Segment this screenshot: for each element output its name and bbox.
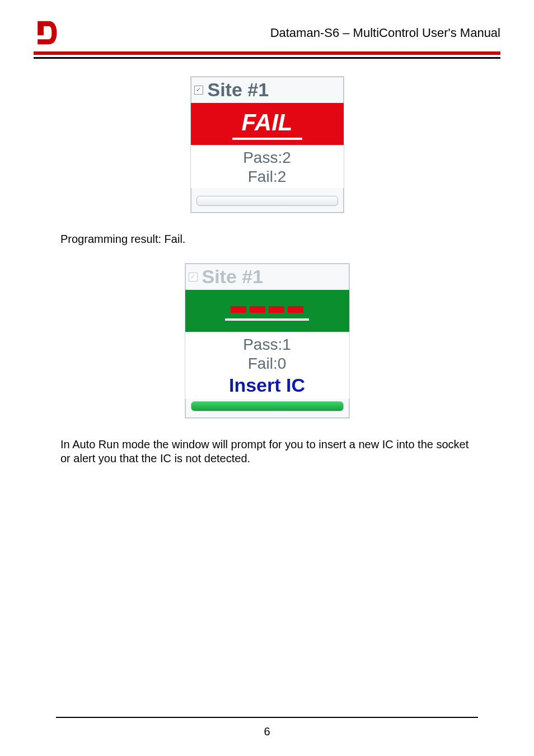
site-checkbox-disabled-icon: ✓ (189, 273, 198, 281)
progress-wrap (191, 188, 344, 213)
site-title-text: Site #1 (208, 79, 269, 101)
site-title-text-disabled: Site #1 (202, 266, 264, 288)
status-band-progress (185, 290, 349, 332)
status-underline (225, 318, 309, 321)
progress-tick (231, 306, 246, 313)
fail-count: Fail:0 (185, 354, 349, 373)
header-rule-black (34, 57, 500, 59)
progress-bar-full (191, 401, 344, 411)
page-number: 6 (0, 725, 534, 738)
header: Dataman-S6 – MultiControl User's Manual (34, 19, 500, 47)
figure-site-fail: ✓ Site #1 FAIL Pass:2 Fail:2 (34, 73, 500, 217)
body-paragraph-autorun: In Auto Run mode the window will prompt … (60, 438, 474, 466)
result-counts-insert: Pass:1 Fail:0 Insert IC (185, 332, 349, 399)
fail-count: Fail:2 (191, 167, 344, 186)
status-text: FAIL (242, 111, 293, 134)
status-band-fail: FAIL (191, 103, 344, 145)
progress-tick (288, 306, 303, 313)
pass-count: Pass:1 (185, 335, 349, 354)
progress-bar-empty (196, 196, 338, 206)
figure-site-insert: ✓ Site #1 Pass:1 Fail:0 Insert IC (34, 260, 500, 422)
site-panel-insert: ✓ Site #1 Pass:1 Fail:0 Insert IC (185, 263, 350, 419)
site-checkbox-icon: ✓ (194, 86, 203, 95)
header-rule-red (34, 51, 500, 55)
footer-rule (56, 717, 478, 719)
document-title: Dataman-S6 – MultiControl User's Manual (270, 26, 500, 40)
insert-ic-prompt: Insert IC (185, 374, 349, 397)
status-underline (232, 138, 302, 140)
result-counts: Pass:2 Fail:2 (191, 145, 344, 188)
progress-tick (250, 306, 265, 313)
logo-dataman (34, 19, 59, 47)
caption-fail: Programming result: Fail. (60, 232, 474, 246)
progress-tick (269, 306, 284, 313)
site-title-disabled: ✓ Site #1 (185, 264, 349, 290)
site-panel-fail: ✓ Site #1 FAIL Pass:2 Fail:2 (190, 76, 344, 213)
progress-ticks (231, 306, 303, 313)
pass-count: Pass:2 (191, 148, 344, 167)
progress-wrap (185, 399, 349, 418)
site-title: ✓ Site #1 (191, 77, 344, 103)
